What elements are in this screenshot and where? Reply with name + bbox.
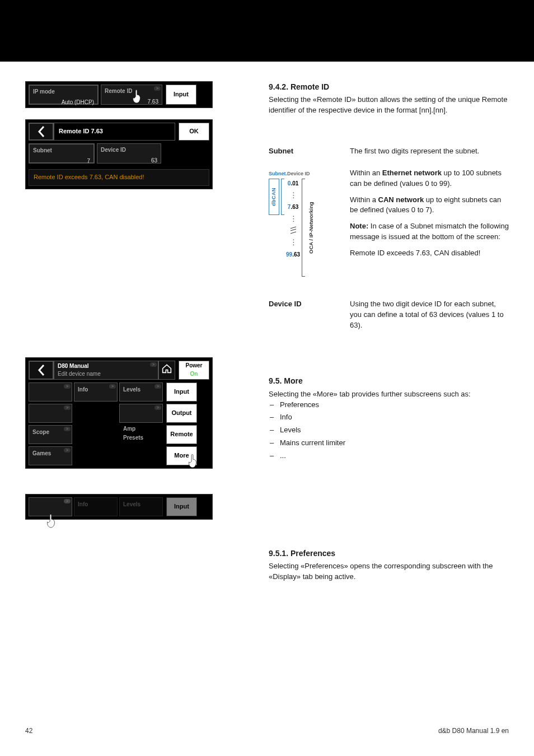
levels-label: Levels bbox=[123, 386, 140, 393]
power-value: On bbox=[190, 370, 198, 379]
section-951-body: Selecting «Preferences» opens the corres… bbox=[269, 561, 509, 582]
list-item: Preferences bbox=[280, 400, 509, 410]
document-id: d&b D80 Manual 1.9 en bbox=[438, 726, 509, 736]
screen-title: Remote ID 7.63 bbox=[54, 123, 175, 141]
section-95-intro: Selecting the «More» tab provides furthe… bbox=[269, 389, 509, 400]
section-942-body: Selecting the «Remote ID» button allows … bbox=[269, 95, 509, 116]
subnet-p3: Within a CAN network up to eight subnets… bbox=[350, 195, 509, 216]
remote-tab-button[interactable]: Remote bbox=[166, 425, 197, 444]
diagram-deviceid-label: Device ID bbox=[287, 171, 310, 176]
more-tab-button[interactable]: More bbox=[166, 446, 197, 465]
ok-button[interactable]: OK bbox=[179, 123, 209, 141]
deviceid-term: Device ID bbox=[269, 299, 350, 337]
section-951-title: 9.5.1. Preferences bbox=[269, 548, 509, 559]
subnet-p1: The first two digits represent the subne… bbox=[350, 146, 509, 157]
touch-cursor-icon bbox=[130, 88, 143, 105]
chevron-icon bbox=[154, 384, 161, 389]
list-item: ... bbox=[280, 451, 509, 461]
screenshot-remote-id: Remote ID 7.63 OK Subnet 7 Device ID 63 … bbox=[25, 119, 213, 189]
ip-mode-value: Auto (DHCP) bbox=[33, 99, 94, 107]
power-label: Power bbox=[185, 362, 202, 370]
subnet-field-value: 7 bbox=[33, 157, 90, 166]
chevron-icon bbox=[64, 384, 71, 389]
section-942-title: 9.4.2. Remote ID bbox=[269, 81, 509, 92]
chevron-icon bbox=[64, 499, 71, 503]
home-icon bbox=[161, 363, 172, 376]
chevron-icon bbox=[154, 405, 161, 410]
screenshot-ipmode: IP mode Auto (DHCP) Remote ID 7.63 Input bbox=[25, 81, 213, 108]
preferences-button[interactable]: Prefer- ences bbox=[29, 382, 72, 402]
section-95-title: 9.5. More bbox=[269, 375, 509, 386]
levels-label: Levels bbox=[123, 501, 140, 507]
header-bar bbox=[0, 0, 534, 62]
gap-icon bbox=[290, 226, 297, 236]
status-warning: Remote ID exceeds 7.63, CAN disabled! bbox=[29, 169, 209, 186]
back-button[interactable] bbox=[29, 123, 54, 141]
levels-button-disabled: Levels bbox=[119, 497, 163, 516]
more-items-list: Preferences Info Levels Mains current li… bbox=[269, 400, 509, 461]
subnet-p2: Within an Ethernet network up to 100 sub… bbox=[350, 168, 509, 189]
diagram-subnet-label: Subnet. bbox=[269, 171, 287, 176]
deviceid-field-label: Device ID bbox=[101, 146, 157, 155]
info-button-disabled: Info bbox=[74, 497, 118, 516]
dbcan-label: dbCAN bbox=[269, 179, 279, 215]
list-item: Mains current limiter bbox=[280, 438, 509, 449]
ip-mode-label: IP mode bbox=[33, 88, 94, 96]
preferences-button-active[interactable]: Prefer- ences bbox=[29, 497, 72, 516]
subnet-note: Note: In case of a Subnet mismatch the f… bbox=[350, 221, 509, 242]
power-button[interactable]: Power On bbox=[179, 361, 209, 380]
chevron-icon bbox=[150, 362, 157, 367]
list-item: Info bbox=[280, 412, 509, 423]
amp-presets-button[interactable]: Amp Presets bbox=[119, 404, 163, 423]
subnet-diagram: Subnet.Device ID dbCAN 0.01 ··· 7.63 bbox=[269, 168, 336, 277]
mains-limiter-button[interactable]: Mains cur- rent limiter bbox=[29, 404, 72, 423]
subnet-field-label: Subnet bbox=[33, 147, 90, 155]
levels-button[interactable]: Levels bbox=[119, 382, 163, 402]
scope-label: Scope bbox=[32, 429, 49, 435]
touch-cursor-icon bbox=[45, 503, 57, 520]
chevron-icon bbox=[109, 384, 116, 389]
input-tab-disabled: Input bbox=[166, 497, 197, 516]
info-button[interactable]: Info bbox=[74, 382, 118, 402]
device-name-subtitle: Edit device name bbox=[58, 370, 154, 379]
deviceid-body: Using the two digit device ID for each s… bbox=[350, 299, 509, 331]
chevron-icon bbox=[64, 405, 71, 410]
subnet-note2: Remote ID exceeds 7.63, CAN disabled! bbox=[350, 248, 509, 259]
home-button[interactable] bbox=[158, 361, 175, 380]
games-label: Games bbox=[32, 450, 51, 456]
chevron-icon bbox=[64, 448, 71, 452]
back-button[interactable] bbox=[29, 361, 54, 380]
input-tab-button[interactable]: Input bbox=[166, 85, 196, 105]
output-tab-button[interactable]: Output bbox=[166, 404, 197, 423]
chevron-icon bbox=[154, 86, 161, 91]
device-name-title: D80 Manual bbox=[58, 362, 154, 371]
screenshot-more-menu: D80 Manual Edit device name Power On bbox=[25, 357, 213, 469]
touch-cursor-icon bbox=[186, 452, 199, 469]
games-button[interactable]: Games bbox=[29, 446, 72, 465]
info-label: Info bbox=[78, 501, 88, 507]
info-label: Info bbox=[78, 386, 88, 393]
list-item: Levels bbox=[280, 425, 509, 436]
ocaip-label: OCA / IP-Networking bbox=[307, 179, 316, 277]
deviceid-field-value: 63 bbox=[101, 157, 157, 165]
chevron-icon bbox=[64, 427, 71, 431]
subnet-term: Subnet bbox=[269, 146, 350, 162]
scope-button[interactable]: Scope bbox=[29, 425, 72, 444]
input-tab-button[interactable]: Input bbox=[166, 382, 197, 402]
screenshot-preferences-row: Prefer- ences Info Levels Input bbox=[25, 494, 213, 520]
page-number: 42 bbox=[25, 726, 32, 736]
